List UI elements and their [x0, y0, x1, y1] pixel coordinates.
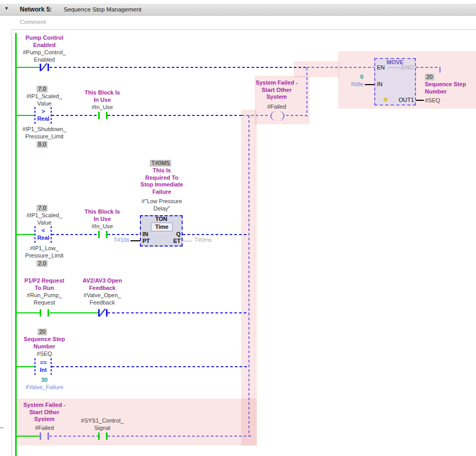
wire-param — [183, 241, 192, 241]
operand-failed[interactable]: #Failed — [248, 103, 305, 111]
wire-open — [50, 67, 307, 68]
network-collapse-icon[interactable]: ▼ — [4, 6, 9, 11]
wire-highlighted — [242, 115, 270, 116]
tag-comment: This Block IsIn Use — [71, 89, 134, 103]
wire-power-flow — [50, 312, 98, 313]
update-star-icon: ✱ — [383, 96, 388, 103]
comment-divider — [11, 29, 476, 30]
monitor-value: 20 — [425, 74, 434, 80]
operand-idle[interactable]: #Idle — [332, 81, 363, 88]
tag-comment: Pump ControlEnabled — [13, 34, 76, 49]
tag-comment: System Failed -Start OtherSystem — [248, 79, 305, 101]
operand-pump-control-enabled[interactable]: #Pump_Control_Enabled — [13, 49, 76, 63]
wire-highlighted — [50, 436, 98, 437]
operand-valve-open-feedback[interactable]: #Valve_Open_Feedback — [71, 292, 134, 306]
operand-run-pump-request[interactable]: #Run_Pump_Request — [13, 292, 76, 306]
operand-ip1-low-pressure-limit[interactable]: #IP1_Low_Pressure_Limit — [8, 245, 81, 259]
tag-comment: System Failed -Start OtherSystem — [13, 402, 76, 423]
wire-highlighted — [286, 115, 307, 116]
wire-open — [108, 115, 242, 116]
wire-highlighted — [307, 67, 374, 68]
operand-ip1-scaled-value[interactable]: #IP1_Scaled_Value — [13, 212, 76, 226]
constant-30: 30 — [13, 377, 76, 384]
wire-open — [52, 115, 98, 116]
operand-sys1-control-signal[interactable]: #SYS1_Control_Signal — [71, 417, 134, 431]
operand-ip1-scaled-value[interactable]: #IP1_Scaled_Value — [13, 93, 76, 107]
ton-title: TON — [140, 216, 183, 223]
operand-seq[interactable]: #SEQ — [13, 350, 76, 358]
et-monitor-value: T#0ms — [194, 237, 220, 244]
wire-param — [365, 84, 374, 85]
monitor-value: 2.0 — [37, 260, 47, 267]
monitor-value: 7.0 — [37, 205, 47, 212]
monitor-value: 7.0 — [37, 86, 47, 92]
network-label: Network 5: — [20, 6, 52, 13]
tag-comment: This Block IsIn Use — [71, 208, 134, 223]
wire-highlighted — [108, 436, 251, 437]
branch-riser — [306, 68, 307, 116]
ton-pt-label: PT — [142, 238, 150, 244]
monitor-value: 20 — [38, 329, 47, 335]
tag-comment: P1/P2 RequestTo Run — [13, 277, 76, 291]
ton-type-chip: Time — [151, 223, 173, 231]
coil-failed[interactable] — [268, 110, 285, 122]
wire-power-flow — [16, 234, 34, 235]
tag-comment: This IsRequired To Stop ImmediateFailure — [130, 167, 193, 195]
ton-q-label: Q — [171, 231, 181, 238]
or-branch-line — [248, 115, 249, 437]
wire-param — [130, 240, 140, 241]
constant-idle-value: 0 — [337, 74, 363, 81]
move-out1-label: OUT1 — [390, 97, 414, 103]
wire-open — [52, 234, 98, 235]
move-in-label: IN — [377, 81, 383, 88]
ton-in-label: IN — [142, 231, 148, 238]
wire-open — [108, 234, 140, 235]
wire-open — [183, 234, 249, 235]
operand-low-pressure-delay[interactable]: #"Low PressureDelay" — [130, 198, 193, 212]
move-en-label: EN — [377, 64, 385, 71]
wire-open — [108, 312, 249, 313]
scroll-marker — [0, 427, 4, 428]
branch-end-tick — [439, 67, 441, 73]
tag-comment: Sequence StepNumber — [13, 336, 76, 350]
ton-et-label: ET — [170, 238, 181, 244]
network-title[interactable]: Sequence Stop Management — [64, 6, 141, 13]
en-eno-connector — [387, 67, 401, 68]
lad-network-editor: ▼ Network 5: Sequence Stop Management Co… — [0, 0, 476, 456]
monitor-value: 8.0 — [37, 141, 47, 148]
operand-seq[interactable]: #SEQ — [425, 97, 456, 104]
operand-ip1-shutdown-pressure-limit[interactable]: #IP1_Shutdown_Pressure_Limit — [8, 126, 81, 140]
monitor-value: T#0MS — [150, 160, 171, 167]
wire-open — [52, 366, 249, 367]
tag-comment: AV2/AV3 OpenFeedback — [71, 277, 134, 291]
wire-power-flow — [16, 115, 34, 116]
wire-param — [416, 100, 424, 101]
operand-valve-failure[interactable]: #Valve_Failure — [13, 384, 76, 391]
network-left-border — [11, 29, 12, 456]
highlight-region — [294, 61, 339, 77]
wire-highlighted — [416, 67, 440, 68]
wire-power-flow — [16, 366, 34, 367]
tag-comment: Sequence StepNumber — [425, 81, 474, 95]
comment-field[interactable]: Comment — [20, 19, 46, 25]
constant-pt-value[interactable]: T#10s — [102, 237, 129, 244]
